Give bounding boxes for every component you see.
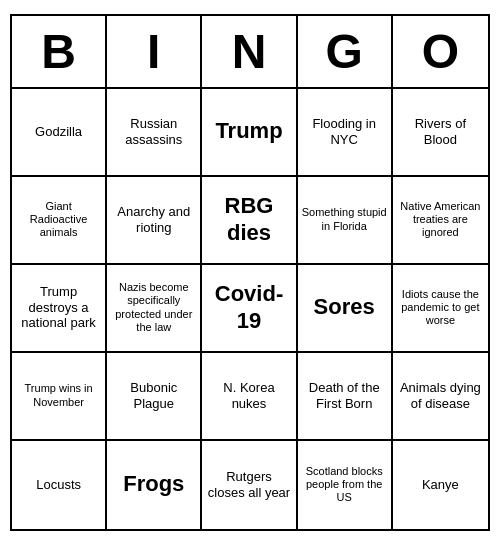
bingo-cell-20: Locusts [12,441,107,529]
bingo-header: BINGO [12,16,488,89]
bingo-cell-8: Something stupid in Florida [298,177,393,265]
bingo-cell-9: Native American treaties are ignored [393,177,488,265]
bingo-cell-17: N. Korea nukes [202,353,297,441]
bingo-cell-24: Kanye [393,441,488,529]
bingo-cell-1: Russian assassins [107,89,202,177]
bingo-card: BINGO GodzillaRussian assassinsTrumpFloo… [10,14,490,531]
bingo-cell-13: Sores [298,265,393,353]
bingo-cell-19: Animals dying of disease [393,353,488,441]
bingo-cell-12: Covid-19 [202,265,297,353]
bingo-letter-N: N [202,16,297,87]
bingo-cell-4: Rivers of Blood [393,89,488,177]
bingo-cell-5: Giant Radioactive animals [12,177,107,265]
bingo-cell-16: Bubonic Plague [107,353,202,441]
bingo-letter-I: I [107,16,202,87]
bingo-cell-22: Rutgers closes all year [202,441,297,529]
bingo-cell-18: Death of the First Born [298,353,393,441]
bingo-cell-14: Idiots cause the pandemic to get worse [393,265,488,353]
bingo-cell-21: Frogs [107,441,202,529]
bingo-cell-3: Flooding in NYC [298,89,393,177]
bingo-cell-15: Trump wins in November [12,353,107,441]
bingo-cell-7: RBG dies [202,177,297,265]
bingo-letter-O: O [393,16,488,87]
bingo-grid: GodzillaRussian assassinsTrumpFlooding i… [12,89,488,529]
bingo-cell-6: Anarchy and rioting [107,177,202,265]
bingo-cell-10: Trump destroys a national park [12,265,107,353]
bingo-cell-0: Godzilla [12,89,107,177]
bingo-letter-B: B [12,16,107,87]
bingo-cell-11: Nazis become specifically protected unde… [107,265,202,353]
bingo-cell-23: Scotland blocks people from the US [298,441,393,529]
bingo-cell-2: Trump [202,89,297,177]
bingo-letter-G: G [298,16,393,87]
